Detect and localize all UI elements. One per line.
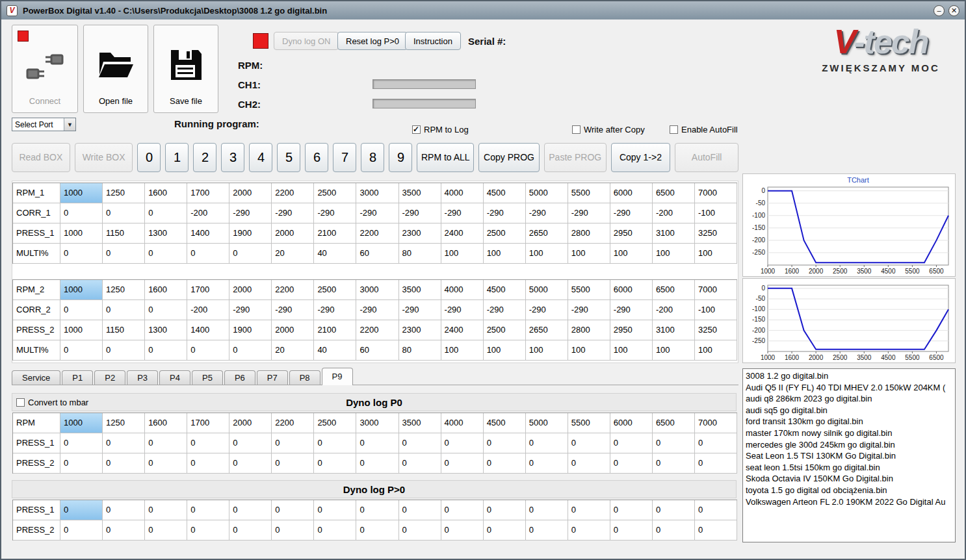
dyno-log-on-button[interactable]: Dyno log ON: [274, 32, 339, 50]
table-cell[interactable]: 100: [695, 244, 737, 264]
table-cell[interactable]: 1000: [60, 280, 103, 300]
table-cell[interactable]: 0: [145, 300, 187, 320]
table-cell[interactable]: 0: [695, 520, 737, 541]
table-cell[interactable]: 0: [103, 340, 145, 361]
table-cell[interactable]: 6500: [653, 413, 695, 433]
chevron-down-icon[interactable]: ▼: [64, 118, 75, 131]
table-cell[interactable]: 0: [145, 203, 187, 223]
table-cell[interactable]: -290: [441, 300, 484, 320]
table-cell[interactable]: -290: [356, 300, 398, 320]
reset-log-button[interactable]: Reset log P>0: [337, 32, 408, 50]
table-cell[interactable]: 100: [568, 244, 610, 264]
table-cell[interactable]: 0: [653, 500, 695, 520]
table-cell[interactable]: 0: [145, 244, 187, 264]
table-cell[interactable]: 6000: [610, 413, 653, 433]
table-cell[interactable]: 2500: [484, 223, 526, 244]
table-cell[interactable]: 1300: [145, 223, 187, 244]
write-after-copy-checkbox[interactable]: Write after Copy: [572, 125, 645, 134]
program-button-7[interactable]: 7: [333, 143, 356, 172]
open-file-button[interactable]: Open file: [83, 25, 148, 113]
table-cell[interactable]: 100: [568, 340, 610, 361]
title-bar[interactable]: V PowerBox Digital v1.40 - C:\Users\Prod…: [1, 1, 965, 19]
table-cell[interactable]: 0: [568, 520, 610, 541]
table-cell[interactable]: -290: [356, 203, 398, 223]
file-list[interactable]: 3008 1.2 go digital.binAudi Q5 II (FY FL…: [742, 368, 956, 542]
table-cell[interactable]: -200: [653, 203, 695, 223]
program-button-2[interactable]: 2: [193, 143, 216, 172]
table-cell[interactable]: 100: [484, 340, 526, 361]
file-list-item[interactable]: toyota 1.5 go digital od obciążenia.bin: [746, 485, 952, 496]
table-cell[interactable]: 1400: [187, 223, 229, 244]
table-cell[interactable]: 4000: [441, 183, 484, 203]
table-cell[interactable]: 100: [695, 340, 737, 361]
table-cell[interactable]: 0: [610, 433, 653, 453]
save-file-button[interactable]: Save file: [153, 25, 218, 113]
program-button-3[interactable]: 3: [221, 143, 244, 172]
table-cell[interactable]: 2650: [526, 320, 568, 340]
table-cell[interactable]: 100: [526, 244, 568, 264]
table-cell[interactable]: 0: [187, 244, 229, 264]
table-cell[interactable]: 0: [145, 500, 187, 520]
table-cell[interactable]: 0: [187, 520, 229, 541]
table-cell[interactable]: 5500: [568, 183, 610, 203]
table-cell[interactable]: 0: [229, 500, 272, 520]
table-cell[interactable]: 2000: [229, 280, 272, 300]
table-cell[interactable]: -290: [610, 300, 653, 320]
table-cell[interactable]: -290: [229, 300, 272, 320]
table-cell[interactable]: 2650: [526, 223, 568, 244]
table-cell[interactable]: 0: [610, 500, 653, 520]
table-cell[interactable]: 1000: [60, 183, 103, 203]
copy-prog-button[interactable]: Copy PROG: [478, 143, 540, 172]
table-cell[interactable]: -290: [229, 203, 272, 223]
table-cell[interactable]: 0: [399, 453, 441, 474]
table-cell[interactable]: 0: [356, 520, 398, 541]
rpm-to-log-checkbox[interactable]: RPM to Log: [412, 125, 469, 134]
program-button-9[interactable]: 9: [389, 143, 412, 172]
table-cell[interactable]: 0: [229, 433, 272, 453]
table-cell[interactable]: 2000: [272, 223, 314, 244]
tab-p1[interactable]: P1: [62, 370, 93, 385]
table-cell[interactable]: 2800: [568, 223, 610, 244]
table-cell[interactable]: 7000: [695, 280, 737, 300]
rpm-to-all-button[interactable]: RPM to ALL: [417, 143, 474, 172]
tab-p9[interactable]: P9: [322, 368, 353, 385]
table-cell[interactable]: 0: [441, 520, 484, 541]
table-cell[interactable]: -290: [272, 203, 314, 223]
tab-p5[interactable]: P5: [192, 370, 223, 385]
table-cell[interactable]: 0: [653, 433, 695, 453]
file-list-item[interactable]: Seat Leon 1.5 TSI 130KM Go Digital.bin: [746, 450, 952, 462]
program-button-0[interactable]: 0: [137, 143, 161, 172]
table-cell[interactable]: 6500: [653, 183, 695, 203]
enable-autofill-checkbox[interactable]: Enable AutoFill: [670, 125, 738, 134]
table-cell[interactable]: 0: [399, 520, 441, 541]
table-cell[interactable]: 0: [103, 300, 145, 320]
file-list-item[interactable]: 3008 1.2 go digital.bin: [746, 370, 952, 382]
table-cell[interactable]: -290: [272, 300, 314, 320]
table-cell[interactable]: 0: [568, 433, 610, 453]
table-cell[interactable]: 0: [103, 244, 145, 264]
table-cell[interactable]: -100: [695, 203, 737, 223]
table-cell[interactable]: 1150: [103, 223, 145, 244]
program-button-5[interactable]: 5: [277, 143, 300, 172]
table-cell[interactable]: -290: [484, 203, 526, 223]
table-cell[interactable]: -200: [187, 203, 229, 223]
table-cell[interactable]: 0: [60, 340, 103, 361]
table-cell[interactable]: 2200: [272, 413, 314, 433]
table-cell[interactable]: 40: [314, 340, 356, 361]
table-cell[interactable]: 0: [272, 520, 314, 541]
table-cell[interactable]: 0: [526, 500, 568, 520]
program-button-1[interactable]: 1: [165, 143, 189, 172]
table-cell[interactable]: 0: [695, 453, 737, 474]
table-cell[interactable]: 2500: [314, 413, 356, 433]
table-cell[interactable]: 0: [695, 500, 737, 520]
table-cell[interactable]: -290: [484, 300, 526, 320]
table-cell[interactable]: 1600: [145, 413, 187, 433]
table-cell[interactable]: 2950: [610, 320, 653, 340]
table-cell[interactable]: 0: [272, 453, 314, 474]
table-cell[interactable]: 0: [695, 433, 737, 453]
table-cell[interactable]: 0: [484, 500, 526, 520]
table-cell[interactable]: 0: [314, 453, 356, 474]
table-cell[interactable]: 3500: [399, 413, 441, 433]
table-cell[interactable]: 1250: [103, 183, 145, 203]
instruction-button[interactable]: Instruction: [405, 32, 461, 50]
